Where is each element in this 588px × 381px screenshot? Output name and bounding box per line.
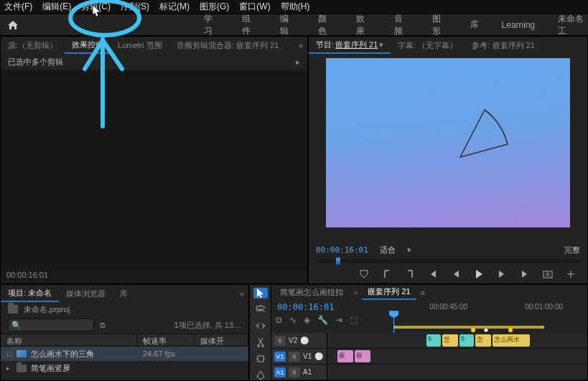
ws-assembly[interactable]: 组件 <box>242 13 257 37</box>
timeline-clip[interactable]: 5 <box>459 334 474 347</box>
project-panel-menu-icon[interactable]: » <box>235 289 248 298</box>
tab-lumetri-scopes[interactable]: Lumetri 范围 <box>111 40 169 51</box>
razor-tool-icon[interactable] <box>253 337 268 347</box>
project-list[interactable]: ▢怎么画水下的三角 24.67 fps ▸简笔画竖屏 <box>1 347 248 380</box>
timeline-tab-1[interactable]: 嵌套序列 21 <box>362 285 416 300</box>
tab-project[interactable]: 项目: 未命名 <box>1 285 59 302</box>
program-timecode[interactable]: 00:00:16:01 <box>316 245 368 255</box>
frame-content-triangle <box>453 105 518 163</box>
tab-media-browser[interactable]: 媒体浏览器 <box>59 288 113 299</box>
add-marker-icon[interactable] <box>358 268 370 281</box>
track-toggle[interactable]: 6 <box>289 367 300 377</box>
tab-source[interactable]: 源:（无剪辑） <box>1 40 65 51</box>
pen-tool-icon[interactable] <box>253 370 268 380</box>
go-to-in-icon[interactable] <box>426 268 439 281</box>
ws-untitled[interactable]: 未命名工 <box>558 13 588 37</box>
track-head-a1[interactable]: A1 6 A1 <box>271 364 327 380</box>
menu-marker[interactable]: 标记(M) <box>159 1 190 13</box>
ws-graphics[interactable]: 图形 <box>432 13 447 37</box>
program-scrubber-handle[interactable] <box>336 258 340 265</box>
project-search-input[interactable]: 🔍 <box>8 319 94 331</box>
program-scrubber[interactable] <box>316 259 580 263</box>
project-row[interactable]: ▢怎么画水下的三角 24.67 fps <box>1 347 248 361</box>
timeline-timecode[interactable]: 00:00:16:01 <box>274 302 334 312</box>
ws-color[interactable]: 颜色 <box>318 13 333 37</box>
step-back-icon[interactable] <box>449 268 462 281</box>
settings-wrench-icon[interactable]: 🔧 <box>317 315 328 325</box>
track-toggle[interactable]: 6 <box>289 352 300 362</box>
program-viewport[interactable] <box>310 55 586 243</box>
marker-tool-icon[interactable]: ◈ <box>304 315 310 325</box>
timeline-marker[interactable] <box>484 328 488 332</box>
timeline-ruler[interactable] <box>327 326 587 333</box>
timeline-clip[interactable]: 怎么画水 <box>493 334 530 347</box>
project-row[interactable]: ▸简笔画竖屏 <box>1 361 248 375</box>
menu-clip[interactable]: 剪辑(C) <box>81 1 111 13</box>
ws-libraries[interactable]: 库 <box>470 19 479 31</box>
slip-tool-icon[interactable] <box>253 353 268 364</box>
svg-point-1 <box>546 273 549 276</box>
tab-audio-mixer[interactable]: 音频剪辑混合器: 嵌套序列 21 <box>169 40 286 51</box>
reference-label: 参考: 嵌套序列 21 <box>465 40 541 51</box>
timeline-clip[interactable]: 怎 <box>475 334 491 347</box>
snap-icon[interactable]: ⧉ <box>276 315 282 325</box>
go-to-out-icon[interactable] <box>518 268 531 281</box>
col-name[interactable]: 名称 <box>1 334 137 346</box>
project-column-header: 名称 帧速率 媒体开 <box>1 334 248 347</box>
effect-controls-empty-area <box>1 70 307 269</box>
timeline-marker[interactable] <box>471 328 475 332</box>
play-icon[interactable] <box>472 268 485 281</box>
menu-sequence[interactable]: 序列(S) <box>121 1 149 13</box>
mark-out-icon[interactable] <box>403 268 416 281</box>
ws-edit[interactable]: 编辑 <box>280 13 295 37</box>
menu-file[interactable]: 文件(F) <box>4 1 32 13</box>
insert-icon[interactable]: ⇥ <box>335 315 342 325</box>
tool-palette <box>250 285 271 380</box>
menu-window[interactable]: 窗口(W) <box>239 1 270 13</box>
link-icon[interactable]: ∿ <box>289 315 297 325</box>
track-source-toggle[interactable]: A1 <box>274 367 286 377</box>
timeline-clip[interactable]: 5 <box>426 334 441 347</box>
timeline-tracks[interactable]: 6 V2 ⚪ 5怎5怎怎么画水 V1 6 V1 ⚪ 嵌嵌 <box>271 333 587 380</box>
ws-learn[interactable]: 学习 <box>204 13 219 37</box>
selection-tool-icon[interactable] <box>253 288 268 298</box>
timeline-clip[interactable]: 嵌 <box>355 350 370 362</box>
ws-effects[interactable]: 效果 <box>356 13 371 37</box>
tab-program[interactable]: 节目: 嵌套序列 21 ▾ <box>309 37 391 54</box>
settings-icon[interactable] <box>564 268 577 281</box>
tab-effect-controls[interactable]: 效果控件 <box>65 37 111 54</box>
caret-icon[interactable]: ▸ <box>296 57 300 67</box>
panel-menu-icon[interactable]: » <box>294 41 307 50</box>
track-select-tool-icon[interactable] <box>253 304 268 315</box>
track-head-v1[interactable]: V1 6 V1 ⚪ <box>271 349 327 364</box>
track-toggle[interactable]: 6 <box>274 336 286 346</box>
ripple-tool-icon[interactable] <box>253 321 268 331</box>
ws-audio[interactable]: 音频 <box>394 13 409 37</box>
col-media[interactable]: 媒体开 <box>195 334 248 346</box>
step-fwd-icon[interactable] <box>495 268 508 281</box>
track-head-v2[interactable]: 6 V2 ⚪ <box>271 333 327 349</box>
track-source-toggle[interactable]: V1 <box>274 352 286 362</box>
track-label: V2 <box>289 337 297 344</box>
effect-controls-message: 已选中多个剪辑 <box>8 57 63 67</box>
timeline-marker[interactable] <box>508 328 513 332</box>
program-zoom-fit[interactable]: 适合 <box>380 245 396 255</box>
col-fps[interactable]: 帧速率 <box>137 334 195 346</box>
project-filter-icon[interactable]: ⧉ <box>100 321 106 330</box>
menu-edit[interactable]: 编辑(E) <box>42 1 71 13</box>
menu-graphics[interactable]: 图形(G) <box>200 1 229 13</box>
menu-help[interactable]: 帮助(H) <box>281 1 310 13</box>
timeline-tab-0[interactable]: 简笔画怎么画纽扣 <box>274 286 349 299</box>
svg-rect-0 <box>543 271 552 278</box>
mark-in-icon[interactable] <box>381 268 393 281</box>
overwrite-icon[interactable]: ⬚ <box>350 315 358 325</box>
project-selection-text: 1项已选择, 共 13… <box>174 320 241 331</box>
folder-icon <box>17 364 27 372</box>
timeline-clip[interactable]: 嵌 <box>337 350 353 362</box>
tab-libraries[interactable]: 库 <box>113 288 135 299</box>
home-icon[interactable] <box>6 20 21 30</box>
timeline-panel: 简笔画怎么画纽扣 × 嵌套序列 21 ≡ 00:00:16:01 00:00:4… <box>249 284 588 381</box>
timeline-clip[interactable]: 怎 <box>442 334 458 347</box>
export-frame-icon[interactable] <box>541 268 554 281</box>
ws-learning[interactable]: Learning <box>502 20 536 30</box>
